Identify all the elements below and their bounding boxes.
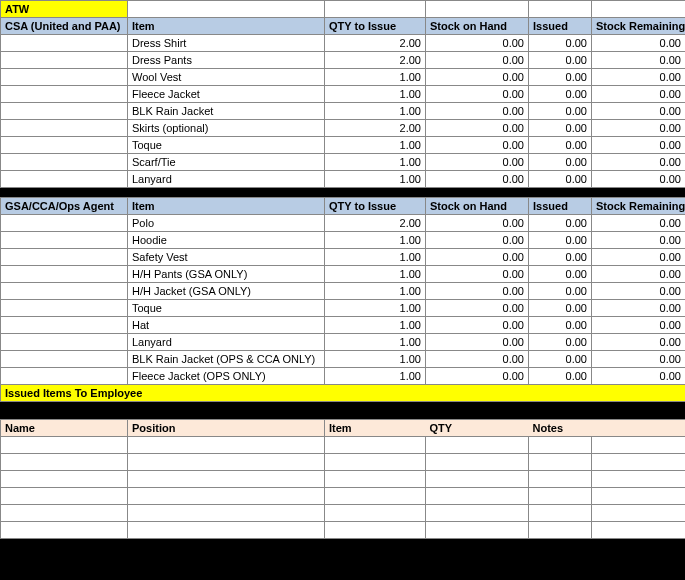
cell-stock[interactable]: 0.00	[426, 368, 529, 385]
cell-item[interactable]: Hat	[128, 317, 325, 334]
cell-notes[interactable]	[529, 522, 592, 539]
cell-qty[interactable]	[426, 437, 529, 454]
cell-stock[interactable]: 0.00	[426, 120, 529, 137]
cell-stock[interactable]: 0.00	[426, 266, 529, 283]
cell-remain[interactable]: 0.00	[592, 334, 686, 351]
cell-issued[interactable]: 0.00	[529, 368, 592, 385]
table-row[interactable]	[1, 488, 686, 505]
cell-empty[interactable]	[1, 317, 128, 334]
cell-item[interactable]: Lanyard	[128, 334, 325, 351]
cell-notes[interactable]	[529, 488, 592, 505]
cell-remain[interactable]: 0.00	[592, 249, 686, 266]
table-row[interactable]: Toque1.000.000.000.00	[1, 137, 686, 154]
col-item[interactable]: Item	[128, 198, 325, 215]
cell-item[interactable]: Fleece Jacket (OPS ONLY)	[128, 368, 325, 385]
table-row[interactable]	[1, 437, 686, 454]
cell-qty[interactable]: 2.00	[325, 52, 426, 69]
col-stock[interactable]: Stock on Hand	[426, 198, 529, 215]
col-qty[interactable]: QTY to Issue	[325, 198, 426, 215]
col-item[interactable]: Item	[128, 18, 325, 35]
cell-qty[interactable]: 1.00	[325, 137, 426, 154]
col-remain[interactable]: Stock Remaining	[592, 198, 686, 215]
cell-remain[interactable]: 0.00	[592, 137, 686, 154]
cell-item[interactable]: Toque	[128, 300, 325, 317]
cell-stock[interactable]: 0.00	[426, 317, 529, 334]
cell-qty[interactable]: 1.00	[325, 86, 426, 103]
cell-remain[interactable]: 0.00	[592, 103, 686, 120]
cell-item[interactable]: H/H Pants (GSA ONLY)	[128, 266, 325, 283]
cell-position[interactable]	[128, 454, 325, 471]
cell-position[interactable]	[128, 505, 325, 522]
cell-empty[interactable]	[1, 137, 128, 154]
cell-empty[interactable]	[1, 283, 128, 300]
cell-position[interactable]	[128, 522, 325, 539]
cell-qty[interactable]: 1.00	[325, 103, 426, 120]
cell-item[interactable]: Polo	[128, 215, 325, 232]
cell-empty[interactable]	[1, 215, 128, 232]
cell-qty[interactable]: 1.00	[325, 334, 426, 351]
cell-issued[interactable]: 0.00	[529, 103, 592, 120]
cell-stock[interactable]: 0.00	[426, 232, 529, 249]
cell-remain[interactable]: 0.00	[592, 35, 686, 52]
col-qty[interactable]: QTY to Issue	[325, 18, 426, 35]
cell-item[interactable]: Safety Vest	[128, 249, 325, 266]
cell-name[interactable]	[1, 488, 128, 505]
col-name[interactable]: Name	[1, 420, 128, 437]
cell-remain[interactable]: 0.00	[592, 351, 686, 368]
cell-stock[interactable]: 0.00	[426, 52, 529, 69]
cell-qty[interactable]	[426, 454, 529, 471]
cell-remain[interactable]: 0.00	[592, 300, 686, 317]
cell-qty[interactable]	[426, 522, 529, 539]
cell-item[interactable]	[325, 471, 426, 488]
cell-empty[interactable]	[1, 120, 128, 137]
cell-item[interactable]: BLK Rain Jacket (OPS & CCA ONLY)	[128, 351, 325, 368]
cell-extra[interactable]	[592, 471, 686, 488]
table-row[interactable]	[1, 471, 686, 488]
cell-empty[interactable]	[1, 232, 128, 249]
cell-empty[interactable]	[1, 266, 128, 283]
cell-item[interactable]	[325, 488, 426, 505]
table-row[interactable]: Fleece Jacket (OPS ONLY)1.000.000.000.00	[1, 368, 686, 385]
cell-qty[interactable]: 1.00	[325, 317, 426, 334]
cell-extra[interactable]	[592, 505, 686, 522]
cell-item[interactable]	[325, 522, 426, 539]
cell-notes[interactable]	[529, 454, 592, 471]
cell-stock[interactable]: 0.00	[426, 171, 529, 188]
table-row[interactable]	[1, 522, 686, 539]
cell-issued[interactable]: 0.00	[529, 351, 592, 368]
cell-stock[interactable]: 0.00	[426, 334, 529, 351]
cell-remain[interactable]: 0.00	[592, 52, 686, 69]
cell-remain[interactable]: 0.00	[592, 154, 686, 171]
col-remain[interactable]: Stock Remaining	[592, 18, 686, 35]
cell-name[interactable]	[1, 437, 128, 454]
cell-remain[interactable]: 0.00	[592, 120, 686, 137]
table-row[interactable]: Scarf/Tie1.000.000.000.00	[1, 154, 686, 171]
cell-issued[interactable]: 0.00	[529, 215, 592, 232]
col-item[interactable]: Item	[325, 420, 426, 437]
cell-qty[interactable]: 2.00	[325, 35, 426, 52]
cell-name[interactable]	[1, 454, 128, 471]
cell-stock[interactable]: 0.00	[426, 249, 529, 266]
cell-issued[interactable]: 0.00	[529, 171, 592, 188]
cell-empty[interactable]	[1, 334, 128, 351]
cell-issued[interactable]: 0.00	[529, 232, 592, 249]
section2-label[interactable]: GSA/CCA/Ops Agent	[1, 198, 128, 215]
cell-extra[interactable]	[592, 488, 686, 505]
table-row[interactable]: Toque1.000.000.000.00	[1, 300, 686, 317]
title-row[interactable]: ATW	[1, 1, 686, 18]
cell-item[interactable]: Toque	[128, 137, 325, 154]
issued-title-row[interactable]: Issued Items To Employee	[1, 385, 686, 402]
table-row[interactable]: BLK Rain Jacket (OPS & CCA ONLY)1.000.00…	[1, 351, 686, 368]
cell-notes[interactable]	[529, 471, 592, 488]
cell-notes[interactable]	[529, 505, 592, 522]
cell-qty[interactable]: 1.00	[325, 249, 426, 266]
cell-position[interactable]	[128, 471, 325, 488]
col-qty[interactable]: QTY	[426, 420, 529, 437]
table-row[interactable]: Hat1.000.000.000.00	[1, 317, 686, 334]
cell-qty[interactable]: 1.00	[325, 368, 426, 385]
table-row[interactable]	[1, 454, 686, 471]
cell-empty[interactable]	[1, 249, 128, 266]
cell-issued[interactable]: 0.00	[529, 249, 592, 266]
cell-stock[interactable]: 0.00	[426, 137, 529, 154]
cell-remain[interactable]: 0.00	[592, 266, 686, 283]
